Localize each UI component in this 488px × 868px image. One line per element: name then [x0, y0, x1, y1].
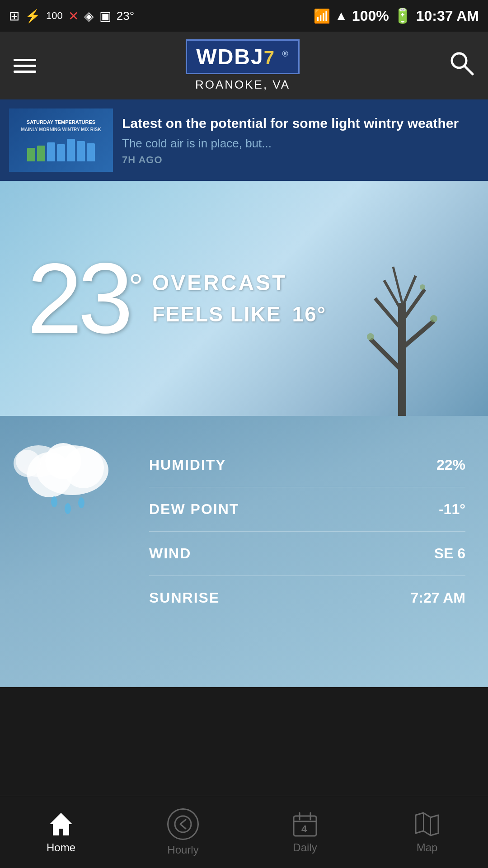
svg-marker-22 — [50, 813, 72, 835]
logo-container: WDBJ7 ® ROANOKE, VA — [186, 39, 299, 92]
svg-point-23 — [175, 816, 191, 832]
x-icon: ✕ — [68, 9, 79, 24]
degree-symbol: ° — [129, 267, 139, 307]
condition-text: OVERCAST — [152, 270, 326, 295]
news-text-container[interactable]: Latest on the potential for some light w… — [122, 114, 479, 166]
cloud-rain-icon — [14, 429, 122, 520]
bottom-navigation: Home Hourly 4 Daily Map — [0, 796, 488, 868]
svg-point-10 — [367, 333, 374, 340]
logo-box: WDBJ7 ® — [186, 39, 299, 74]
svg-point-19 — [51, 496, 57, 507]
nav-hourly-label: Hourly — [167, 844, 198, 856]
weather-section: 23° OVERCAST FEELS LIKE 16° — [0, 181, 488, 416]
nav-home-label: Home — [47, 841, 75, 854]
nav-home[interactable]: Home — [0, 811, 122, 854]
news-thumbnail: SATURDAY TEMPERATURES MAINLY MORNING WIN… — [9, 108, 113, 172]
header: WDBJ7 ® ROANOKE, VA — [0, 32, 488, 99]
daily-calendar-icon: 4 — [291, 811, 319, 838]
status-bar-right: 📶 ▲ 100% 🔋 10:37 AM — [314, 7, 479, 24]
feels-like: FEELS LIKE 16° — [152, 302, 326, 326]
battery-percent: 100% — [352, 8, 389, 24]
humidity-label: HUMIDITY — [149, 457, 226, 473]
nav-map[interactable]: Map — [366, 811, 488, 854]
search-button[interactable] — [449, 51, 474, 81]
nav-daily-label: Daily — [293, 841, 317, 854]
weather-details-section: HUMIDITY 22% DEW POINT -11° WIND SE 6 SU… — [0, 416, 488, 687]
news-subtitle: The cold air is in place, but... — [122, 137, 479, 151]
battery-icon: 🔋 — [394, 7, 412, 24]
dew-point-row: DEW POINT -11° — [149, 487, 465, 532]
svg-text:4: 4 — [301, 823, 307, 835]
svg-marker-29 — [416, 813, 438, 835]
svg-line-4 — [402, 321, 434, 348]
news-time: 7H AGO — [122, 154, 479, 166]
humidity-row: HUMIDITY 22% — [149, 443, 465, 487]
news-headline: Latest on the potential for some light w… — [122, 114, 479, 132]
news-banner[interactable]: SATURDAY TEMPERATURES MAINLY MORNING WIN… — [0, 99, 488, 181]
wind-label: WIND — [149, 545, 191, 562]
temperature-display: 23° — [27, 249, 139, 348]
nav-hourly[interactable]: Hourly — [122, 808, 244, 856]
wind-row: WIND SE 6 — [149, 532, 465, 576]
logo-text: WDBJ7 ® — [196, 45, 289, 69]
clock: 10:37 AM — [416, 8, 479, 24]
svg-point-12 — [420, 284, 425, 290]
temperature-icon: 23° — [117, 9, 134, 23]
add-icon: ⊞ — [9, 9, 19, 24]
tree-silhouette — [334, 212, 470, 416]
humidity-value: 22% — [436, 457, 465, 473]
sunrise-value: 7:27 AM — [410, 590, 465, 606]
wind-value: SE 6 — [434, 545, 465, 562]
thumbnail-title: SATURDAY TEMPERATURES — [27, 119, 95, 125]
weather-main: 23° OVERCAST FEELS LIKE 16° — [27, 249, 326, 348]
sunrise-row: SUNRISE 7:27 AM — [149, 576, 465, 620]
wifi-icon: 📶 — [314, 8, 330, 24]
svg-point-11 — [430, 315, 437, 322]
svg-point-21 — [78, 497, 84, 508]
thumbnail-subtitle: MAINLY MORNING WINTRY MIX RISK — [21, 127, 101, 132]
sunrise-label: SUNRISE — [149, 590, 220, 606]
dew-point-label: DEW POINT — [149, 501, 239, 518]
news-chart — [27, 134, 95, 161]
dew-point-value: -11° — [439, 501, 465, 518]
menu-button[interactable] — [14, 55, 36, 76]
logo-number: 7 — [264, 47, 275, 68]
svg-point-20 — [65, 503, 71, 514]
usb-icon: ⚡ — [25, 9, 41, 24]
status-bar-icons: ⊞ ⚡ 100 ✕ ◈ ▣ 23° — [9, 9, 134, 24]
location-text: ROANOKE, VA — [195, 78, 290, 92]
battery-100-icon: 100 — [46, 10, 63, 22]
weather-stats: HUMIDITY 22% DEW POINT -11° WIND SE 6 SU… — [149, 443, 465, 620]
weather-icon-container — [14, 429, 122, 522]
image-icon: ▣ — [99, 9, 111, 24]
nav-daily[interactable]: 4 Daily — [244, 811, 366, 854]
map-icon — [413, 811, 441, 838]
weather-description: OVERCAST FEELS LIKE 16° — [152, 270, 326, 326]
svg-line-1 — [465, 66, 473, 74]
svg-point-18 — [14, 450, 41, 477]
signal-icon: ▲ — [335, 9, 347, 23]
nav-map-label: Map — [417, 841, 438, 854]
hourly-icon — [167, 808, 199, 840]
status-bar: ⊞ ⚡ 100 ✕ ◈ ▣ 23° 📶 ▲ 100% 🔋 10:37 AM — [0, 0, 488, 32]
home-icon — [47, 811, 75, 838]
svg-line-3 — [371, 339, 402, 371]
dropbox-icon: ◈ — [84, 9, 94, 24]
